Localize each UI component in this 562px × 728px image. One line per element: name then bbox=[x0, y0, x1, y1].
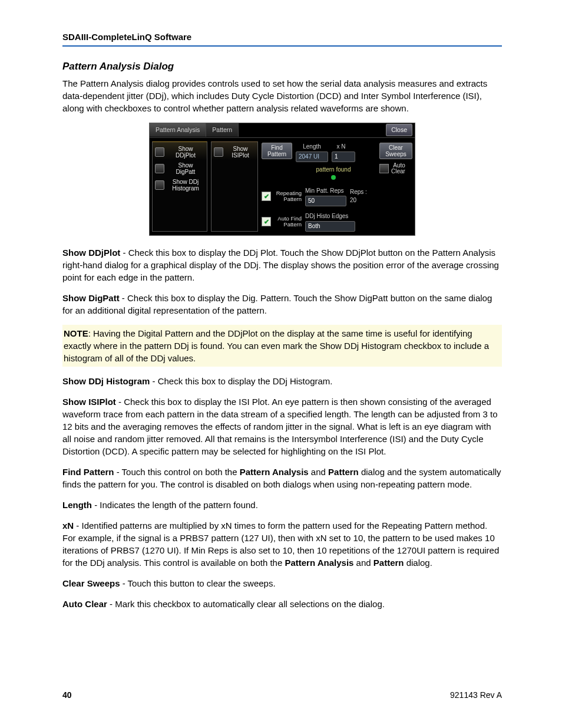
reps-value: 20 bbox=[350, 197, 356, 203]
status-dot-icon bbox=[331, 175, 336, 180]
checkbox-icon bbox=[214, 147, 223, 157]
checkmark-icon: ✔ bbox=[262, 217, 271, 226]
note-box: NOTE: Having the Digital Pattern and the… bbox=[62, 325, 502, 367]
para-find-pattern: Find Pattern - Touch this control on bot… bbox=[62, 466, 502, 490]
checkbox-icon bbox=[155, 164, 164, 173]
repeating-pattern-checkbox[interactable]: ✔ Repeating Pattern bbox=[262, 190, 302, 202]
minpatt-label: Min Patt. Reps bbox=[305, 187, 346, 195]
xn-field[interactable]: 1 bbox=[332, 151, 355, 162]
dialog-screenshot: Pattern Analysis Pattern Close Show DDjP… bbox=[62, 123, 502, 236]
histo-field[interactable]: Both bbox=[305, 221, 355, 232]
checkbox-icon bbox=[379, 164, 389, 173]
show-isiplot-checkbox[interactable]: Show ISIPlot bbox=[214, 146, 255, 159]
page-header: SDAIII-CompleteLinQ Software bbox=[62, 31, 502, 47]
para-show-digpatt: Show DigPatt - Check this box to display… bbox=[62, 292, 502, 317]
histo-label: DDj Histo Edges bbox=[305, 212, 355, 220]
tab-pattern[interactable]: Pattern bbox=[206, 123, 239, 137]
para-show-ddjplot: Show DDjPlot - Check this box to display… bbox=[62, 246, 502, 284]
para-clear-sweeps: Clear Sweeps - Touch this button to clea… bbox=[62, 577, 502, 589]
para-show-ddjhist: Show DDj Histogram - Check this box to d… bbox=[62, 375, 502, 387]
show-digpatt-checkbox[interactable]: Show DigPatt bbox=[155, 162, 204, 175]
show-ddjplot-checkbox[interactable]: Show DDjPlot bbox=[155, 146, 204, 159]
page-title: Pattern Analysis Dialog bbox=[62, 60, 502, 74]
checkmark-icon: ✔ bbox=[262, 192, 271, 201]
autofind-pattern-checkbox[interactable]: ✔ Auto Find Pattern bbox=[262, 216, 302, 228]
length-label: Length bbox=[296, 143, 328, 151]
auto-clear-checkbox[interactable]: Auto Clear bbox=[379, 163, 412, 175]
para-show-isiplot: Show ISIPlot - Check this box to display… bbox=[62, 396, 502, 457]
find-pattern-button[interactable]: Find Pattern bbox=[262, 143, 292, 159]
checkbox-icon bbox=[155, 180, 164, 190]
para-auto-clear: Auto Clear - Mark this checkbox to autom… bbox=[62, 598, 502, 610]
length-field[interactable]: 2047 UI bbox=[296, 151, 328, 162]
pattern-status: pattern found bbox=[291, 166, 376, 174]
show-ddjhist-checkbox[interactable]: Show DDj Histogram bbox=[155, 179, 204, 192]
close-button[interactable]: Close bbox=[386, 124, 412, 136]
minpatt-field[interactable]: 50 bbox=[305, 196, 346, 206]
reps-label: Reps : bbox=[350, 189, 367, 195]
intro-paragraph: The Pattern Analysis dialog provides con… bbox=[62, 77, 502, 114]
checkbox-icon bbox=[155, 147, 164, 157]
xn-label: x N bbox=[332, 143, 351, 151]
tab-pattern-analysis[interactable]: Pattern Analysis bbox=[150, 123, 206, 137]
para-length: Length - Indicates the length of the pat… bbox=[62, 499, 502, 511]
para-xn: xN - Identified patterns are multiplied … bbox=[62, 519, 502, 569]
clear-sweeps-button[interactable]: Clear Sweeps bbox=[379, 143, 412, 159]
